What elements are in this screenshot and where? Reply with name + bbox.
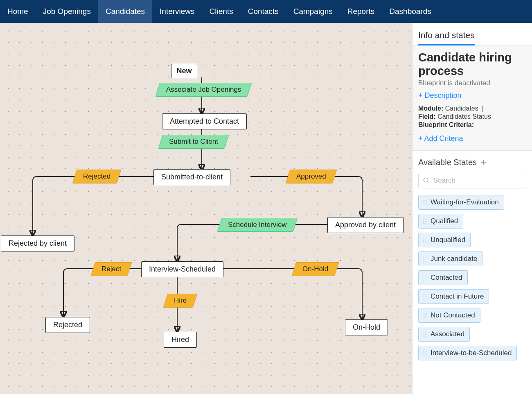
nav-job-openings[interactable]: Job Openings: [36, 0, 98, 23]
state-chip[interactable]: Interview-to-be-Scheduled: [418, 346, 517, 360]
state-chip-list: Waiting-for-Evaluation Qualified Unquali…: [418, 195, 526, 360]
nav-interviews[interactable]: Interviews: [152, 0, 202, 23]
transition-label: Reject: [101, 265, 121, 273]
transition-label: Associate Job Openings: [166, 86, 241, 94]
grip-icon: [423, 350, 427, 356]
grip-icon: [423, 237, 427, 243]
state-chip-label: Qualified: [431, 217, 458, 225]
search-icon: [423, 177, 430, 184]
transition-hire[interactable]: Hire: [163, 294, 197, 308]
node-approved-by-client[interactable]: Approved by client: [327, 217, 404, 233]
node-attempted[interactable]: Attempted to Contact: [162, 113, 247, 129]
svg-point-3: [424, 178, 428, 182]
state-chip[interactable]: Contact in Future: [418, 289, 489, 304]
node-rejected-by-client[interactable]: Rejected by client: [1, 235, 74, 251]
grip-icon: [423, 331, 427, 337]
top-nav: Home Job Openings Candidates Interviews …: [0, 0, 532, 23]
nav-reports[interactable]: Reports: [340, 0, 382, 23]
state-chip-label: Interview-to-be-Scheduled: [431, 349, 512, 357]
state-chip[interactable]: Waiting-for-Evaluation: [418, 195, 504, 210]
state-chip[interactable]: Unqualified: [418, 233, 471, 247]
nav-candidates[interactable]: Candidates: [98, 0, 152, 23]
grip-icon: [423, 294, 427, 299]
transition-label: On-Hold: [302, 265, 328, 273]
transition-schedule[interactable]: Schedule Interview: [217, 218, 298, 232]
module-value: Candidates: [445, 105, 478, 112]
node-hired[interactable]: Hired: [164, 332, 197, 348]
node-rejected[interactable]: Rejected: [45, 317, 90, 333]
node-submitted[interactable]: Submitted-to-client: [153, 169, 230, 185]
grip-icon: [423, 312, 427, 318]
blueprint-info-panel: Candidate hiring process Blueprint is de…: [413, 45, 532, 151]
state-search[interactable]: [418, 173, 526, 188]
field-value: Candidates Status: [437, 113, 491, 120]
transition-onhold[interactable]: On-Hold: [291, 262, 339, 276]
transition-reject[interactable]: Reject: [90, 262, 132, 276]
nav-clients[interactable]: Clients: [202, 0, 241, 23]
sidebar: Info and states Candidate hiring process…: [412, 23, 532, 394]
nav-dashboards[interactable]: Dashboards: [382, 0, 438, 23]
state-chip-label: Unqualified: [431, 236, 465, 244]
state-chip-label: Waiting-for-Evaluation: [431, 198, 499, 206]
state-search-input[interactable]: [433, 177, 522, 185]
transition-label: Schedule Interview: [228, 221, 287, 229]
field-label: Field:: [418, 113, 436, 120]
node-onhold[interactable]: On-Hold: [345, 319, 388, 335]
transition-rejected[interactable]: Rejected: [72, 170, 121, 183]
state-chip[interactable]: Not Contacted: [418, 308, 480, 323]
state-chip[interactable]: Associated: [418, 327, 470, 342]
sidebar-tab-info[interactable]: Info and states: [418, 30, 475, 45]
nav-contacts[interactable]: Contacts: [241, 0, 286, 23]
state-chip-label: Junk candidate: [431, 255, 477, 263]
add-criteria-link[interactable]: + Add Criteria: [418, 134, 463, 143]
blueprint-subtitle: Blueprint is deactivated: [418, 79, 526, 87]
state-chip-label: Contacted: [431, 274, 462, 282]
module-label: Module:: [418, 105, 443, 112]
grip-icon: [423, 199, 427, 205]
criteria-label: Blueprint Criteria:: [418, 121, 474, 128]
blueprint-title: Candidate hiring process: [418, 51, 526, 78]
add-state-button[interactable]: +: [481, 157, 486, 168]
grip-icon: [423, 256, 427, 262]
blueprint-canvas[interactable]: New Associate Job Openings Attempted to …: [0, 23, 412, 394]
add-description-link[interactable]: + Description: [418, 91, 462, 100]
node-new[interactable]: New: [171, 64, 197, 78]
grip-icon: [423, 218, 427, 224]
state-chip-label: Associated: [431, 330, 464, 338]
transition-submit[interactable]: Submit to Client: [158, 135, 229, 149]
transition-label: Approved: [296, 172, 326, 181]
node-interview-scheduled[interactable]: Interview-Scheduled: [141, 261, 223, 277]
transition-label: Rejected: [83, 172, 110, 181]
nav-campaigns[interactable]: Campaigns: [286, 0, 340, 23]
state-chip[interactable]: Junk candidate: [418, 251, 482, 266]
transition-label: Hire: [174, 297, 187, 305]
svg-line-4: [427, 181, 429, 183]
state-chip[interactable]: Contacted: [418, 270, 468, 285]
nav-home[interactable]: Home: [0, 0, 36, 23]
state-chip[interactable]: Qualified: [418, 214, 463, 229]
transition-approved[interactable]: Approved: [285, 170, 337, 183]
available-states-heading: Available States: [418, 158, 477, 167]
transition-associate[interactable]: Associate Job Openings: [155, 83, 252, 97]
grip-icon: [423, 275, 427, 281]
state-chip-label: Not Contacted: [431, 311, 475, 319]
state-chip-label: Contact in Future: [431, 292, 484, 301]
transition-label: Submit to Client: [169, 138, 218, 146]
